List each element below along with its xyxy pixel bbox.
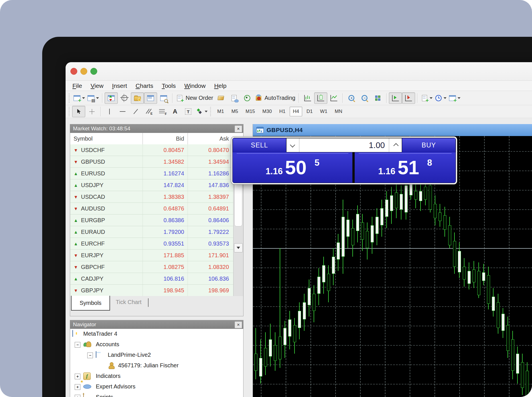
market-watch-row-eurjpy[interactable]: ▼EURJPY171.885171.901 xyxy=(70,250,233,261)
dropdown-caret-icon[interactable] xyxy=(444,97,446,99)
crosshair-tool[interactable] xyxy=(85,106,98,117)
nav-item-4567179-julian-fischer[interactable]: 4567179: Julian Fischer xyxy=(70,360,243,371)
data-window-toggle[interactable] xyxy=(118,92,131,104)
timeframe-m30[interactable]: M30 xyxy=(259,107,275,116)
market-watch-row-cadjpy[interactable]: ▲CADJPY106.816106.836 xyxy=(70,273,233,285)
scrollbar-down-button[interactable] xyxy=(234,243,243,252)
dropdown-caret-icon[interactable] xyxy=(205,111,208,112)
tab-tick-chart[interactable]: Tick Chart xyxy=(116,299,141,305)
nav-item-scripts[interactable]: +Scripts xyxy=(70,392,243,397)
arrows-tool[interactable] xyxy=(195,106,209,117)
market-watch-row-usdjpy[interactable]: ▲USDJPY147.824147.836 xyxy=(70,179,233,191)
line-chart-mode-button[interactable] xyxy=(327,92,340,104)
menu-window[interactable]: Window xyxy=(182,82,212,89)
terminal-toggle[interactable] xyxy=(144,92,157,104)
new-order-button[interactable]: +New Order xyxy=(175,92,214,104)
timeframe-h4[interactable]: H4 xyxy=(290,107,302,116)
timeframe-m5[interactable]: M5 xyxy=(228,107,241,116)
menu-tools[interactable]: Tools xyxy=(160,82,182,89)
bar-chart-mode-button[interactable] xyxy=(301,92,314,104)
horizontal-line-tool[interactable] xyxy=(116,106,129,117)
vertical-line-tool[interactable] xyxy=(103,106,116,117)
dropdown-caret-icon[interactable] xyxy=(458,97,460,99)
periods-button[interactable] xyxy=(434,92,448,104)
menu-charts[interactable]: Charts xyxy=(134,82,160,89)
tile-windows-button[interactable] xyxy=(371,92,384,104)
text-label-tool[interactable]: T xyxy=(182,106,195,117)
strategy-tester-toggle[interactable] xyxy=(157,92,170,104)
zoom-in-button[interactable]: + xyxy=(345,92,358,104)
timeframe-m15[interactable]: M15 xyxy=(242,107,258,116)
column-header-bid[interactable]: Bid xyxy=(143,133,188,144)
menu-view[interactable]: View xyxy=(89,82,110,89)
timeframe-h1[interactable]: H1 xyxy=(276,107,289,116)
sell-price[interactable]: 1.16 50 5 xyxy=(233,152,352,183)
dropdown-caret-icon[interactable] xyxy=(82,97,85,99)
market-watch-row-audusd[interactable]: ▼AUDUSD0.648760.64891 xyxy=(70,203,233,214)
nav-item-indicators[interactable]: +fIndicators xyxy=(70,371,243,382)
templates-button[interactable]: + xyxy=(448,92,462,104)
new-chart-button[interactable]: + xyxy=(72,92,86,104)
market-watch-row-euraud[interactable]: ▲EURAUD1.792001.79222 xyxy=(70,226,233,238)
deposit-button[interactable] xyxy=(214,92,228,104)
market-watch-toggle[interactable] xyxy=(105,92,118,104)
market-watch-close-icon[interactable]: × xyxy=(235,125,242,132)
close-button[interactable] xyxy=(70,68,77,75)
indicators-list-button[interactable]: + xyxy=(420,92,434,104)
navigator-close-icon[interactable]: × xyxy=(235,321,242,328)
expand-icon[interactable]: + xyxy=(75,374,80,379)
market-watch-row-gbpusd[interactable]: ▼GBPUSD1.345821.34594 xyxy=(70,156,233,168)
nav-item-metatrader-4[interactable]: MetaTrader 4 xyxy=(70,329,243,339)
auto-scroll-toggle[interactable] xyxy=(389,92,402,104)
sell-button[interactable]: SELL xyxy=(233,138,286,152)
menu-file[interactable]: File xyxy=(71,82,89,89)
zoom-out-button[interactable]: − xyxy=(358,92,371,104)
market-watch-row-gbpjpy[interactable]: ▼GBPJPY198.945198.969 xyxy=(70,285,233,296)
market-watch-row-usdchf[interactable]: ▼USDCHF0.804570.80470 xyxy=(70,144,233,156)
nav-item-expert-advisors[interactable]: +Expert Advisors xyxy=(70,382,243,392)
menu-help[interactable]: Help xyxy=(212,82,233,89)
navigator-titlebar[interactable]: Navigator × xyxy=(70,320,243,329)
minimize-button[interactable] xyxy=(80,68,87,75)
zoom-button[interactable] xyxy=(90,68,97,75)
market-watch-row-eurchf[interactable]: ▲EURCHF0.935510.93573 xyxy=(70,238,233,250)
market-watch-row-eurusd[interactable]: ▲EURUSD1.162741.16286 xyxy=(70,168,233,179)
chart-profiles-button[interactable]: ▤ xyxy=(86,92,100,104)
dropdown-caret-icon[interactable] xyxy=(96,97,99,99)
volume-increase-button[interactable] xyxy=(389,138,402,152)
cursor-tool[interactable] xyxy=(72,106,85,117)
expand-icon[interactable]: + xyxy=(75,384,80,390)
column-header-symbol[interactable]: Symbol xyxy=(70,133,143,144)
navigator-toggle[interactable]: ★ xyxy=(131,92,144,104)
timeframe-mn[interactable]: MN xyxy=(332,107,345,116)
nav-item-accounts[interactable]: −Accounts xyxy=(70,339,243,350)
collapse-icon[interactable]: − xyxy=(75,342,80,348)
buy-button[interactable]: BUY xyxy=(402,138,456,152)
timeframe-m1[interactable]: M1 xyxy=(214,107,227,116)
candle-chart-mode-button[interactable] xyxy=(314,92,327,104)
scrollbar-thumb[interactable] xyxy=(234,182,242,226)
expand-icon[interactable]: + xyxy=(75,395,80,397)
chart-titlebar[interactable]: GBPUSD,H4 xyxy=(253,124,532,136)
market-watch-row-eurgbp[interactable]: ▲EURGBP0.863860.86406 xyxy=(70,214,233,226)
market-watch-titlebar[interactable]: Market Watch: 03:48:54 × xyxy=(70,124,243,133)
community-button[interactable] xyxy=(228,92,241,104)
tab-symbols[interactable]: Symbols xyxy=(71,296,110,311)
signals-button[interactable] xyxy=(241,92,254,104)
dropdown-caret-icon[interactable] xyxy=(430,97,432,99)
chart-shift-toggle[interactable] xyxy=(402,92,415,104)
channel-tool[interactable]: E xyxy=(142,106,155,117)
volume-input[interactable]: 1.00 xyxy=(299,138,389,152)
timeframe-d1[interactable]: D1 xyxy=(303,107,316,116)
market-watch-row-usdcad[interactable]: ▼USDCAD1.383831.38397 xyxy=(70,191,233,203)
volume-decrease-button[interactable] xyxy=(287,138,299,152)
buy-price[interactable]: 1.16 51 8 xyxy=(355,152,456,183)
trendline-tool[interactable] xyxy=(129,106,142,117)
collapse-icon[interactable]: − xyxy=(87,353,93,358)
autotrading-toggle[interactable]: AutoTrading xyxy=(254,92,297,104)
nav-item-landprime-live2[interactable]: −LandPrime-Live2 xyxy=(70,350,243,360)
market-watch-row-gbpchf[interactable]: ▼GBPCHF1.082751.08320 xyxy=(70,261,233,273)
menu-insert[interactable]: Insert xyxy=(110,82,134,89)
column-header-ask[interactable]: Ask xyxy=(188,133,233,144)
text-tool[interactable]: A xyxy=(168,106,182,117)
